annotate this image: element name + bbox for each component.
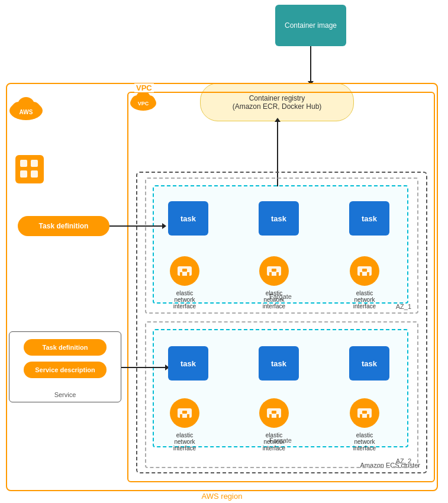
- ecs-icon: [14, 154, 45, 187]
- task-az2-1: task: [168, 346, 208, 381]
- svg-rect-5: [15, 155, 44, 183]
- svg-rect-43: [367, 414, 369, 418]
- diagram: Container image Container registry(Amazo…: [0, 0, 448, 503]
- svg-rect-44: [362, 411, 367, 414]
- svg-rect-18: [187, 272, 189, 276]
- task-az2-3: task: [349, 346, 389, 381]
- eni-az2-1-label: elastic networkinterface: [167, 432, 202, 452]
- eni-az2-2-label: elastic networkinterface: [256, 432, 292, 452]
- vpc-label: VPC: [134, 83, 154, 92]
- container-image-label: Container image: [285, 21, 337, 30]
- arrow-service-to-az2: [121, 367, 166, 368]
- svg-rect-29: [362, 269, 367, 272]
- eni-az2-3: elastic networkinterface: [349, 398, 382, 452]
- svg-rect-28: [367, 272, 369, 276]
- eni-az2-3-label: elastic networkinterface: [347, 432, 382, 452]
- svg-rect-38: [276, 414, 279, 418]
- eni-az1-1: elastic networkinterface: [169, 256, 202, 309]
- task-az1-1: task: [168, 201, 208, 236]
- eni-az1-3: elastic networkinterface: [349, 256, 382, 309]
- svg-rect-9: [31, 170, 38, 178]
- svg-rect-37: [269, 414, 272, 418]
- svg-rect-8: [20, 170, 27, 178]
- service-task-def-button[interactable]: Task definition: [24, 339, 107, 356]
- aws-cloud-icon: AWS: [8, 92, 44, 124]
- az2-label: AZ_2: [396, 457, 411, 465]
- svg-rect-24: [272, 269, 276, 272]
- service-box: Task definition Service description Serv…: [9, 331, 121, 402]
- eni-az2-2: elastic networkinterface: [259, 398, 292, 452]
- eni-az1-3-label: elastic networkinterface: [347, 290, 382, 309]
- svg-rect-23: [276, 272, 279, 276]
- service-description-button[interactable]: Service description: [24, 362, 107, 378]
- svg-rect-22: [269, 272, 272, 276]
- aws-region-label: AWS region: [199, 492, 245, 501]
- svg-rect-19: [182, 269, 187, 272]
- svg-rect-6: [20, 160, 27, 167]
- svg-text:AWS: AWS: [20, 109, 33, 115]
- svg-rect-42: [360, 414, 362, 418]
- svg-rect-39: [272, 411, 276, 414]
- service-label: Service: [54, 391, 76, 398]
- svg-rect-17: [180, 272, 182, 276]
- container-image-box: Container image: [275, 5, 346, 46]
- eni-az1-2: elastic networkinterface: [259, 256, 292, 309]
- task-definition-button[interactable]: Task definition: [18, 216, 109, 236]
- task-az1-2: task: [259, 201, 299, 236]
- arrow-ci-to-registry: [310, 46, 311, 82]
- svg-rect-32: [180, 414, 182, 418]
- svg-rect-7: [31, 160, 38, 167]
- az1-label: AZ_1: [396, 303, 411, 310]
- svg-rect-33: [187, 414, 189, 418]
- task-az1-3: task: [349, 201, 389, 236]
- eni-az1-2-label: elastic networkinterface: [256, 290, 292, 309]
- arrow-taskdef-to-az1: [109, 225, 163, 227]
- svg-rect-27: [360, 272, 362, 276]
- eni-az2-1: elastic networkinterface: [169, 398, 202, 452]
- svg-rect-34: [182, 411, 187, 414]
- task-az2-2: task: [259, 346, 299, 381]
- eni-az1-1-label: elastic networkinterface: [167, 290, 202, 309]
